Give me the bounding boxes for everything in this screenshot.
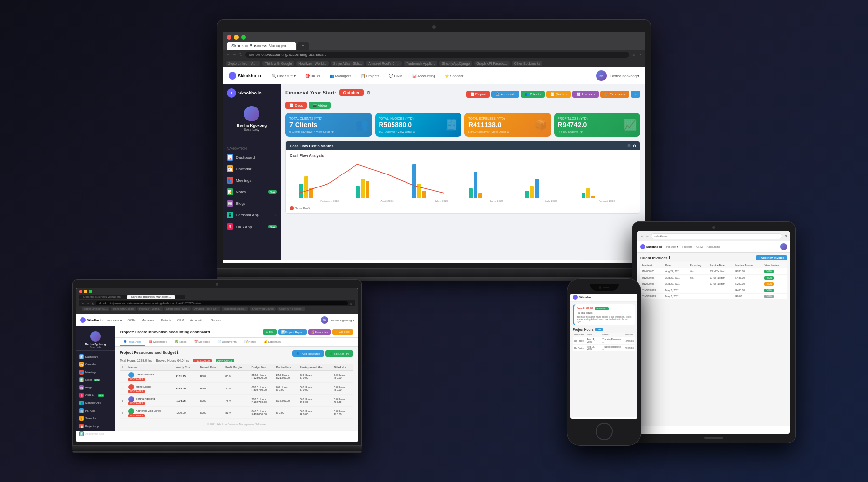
edit-btn[interactable]: ✏ Edit <box>263 329 277 335</box>
p2-nav-projects[interactable]: Projects <box>159 318 173 322</box>
ptl-yellow[interactable] <box>84 290 87 293</box>
bm-graph[interactable]: Graph API Facebo... <box>474 61 509 66</box>
bm-shopify[interactable]: ShopifyAppDjango <box>439 61 472 66</box>
fy-gear-icon[interactable]: ⚙ <box>366 90 371 95</box>
project-tab-1[interactable]: Skhokho Business Managem... <box>79 295 127 299</box>
psb-item-okr[interactable]: 🎯 OKR App NEW <box>76 391 115 399</box>
tablet-nav-back[interactable]: ← <box>640 235 644 238</box>
fy-month[interactable]: October <box>339 89 364 96</box>
psb-item-project[interactable]: 📋 Project App <box>76 422 115 430</box>
docs-btn[interactable]: 📄 Docs <box>285 102 307 109</box>
accounts-btn[interactable]: 🏦 Accounts <box>491 91 519 98</box>
p2-nav-okrs[interactable]: OKRs <box>126 318 137 322</box>
p2-bookmark-icon[interactable]: ☆ <box>350 302 352 305</box>
tl-red[interactable] <box>227 35 231 40</box>
bm-howitzer[interactable]: Howitzer - World... <box>296 61 328 66</box>
bookmark-icon[interactable]: ☆ <box>632 53 636 57</box>
tab-tasks[interactable]: ✅ Tasks <box>171 338 190 346</box>
tablet-home-indicator[interactable] <box>704 437 723 439</box>
tab-resources[interactable]: 👤 Resources <box>120 338 145 346</box>
menu-icon[interactable]: ⋮ <box>638 53 642 57</box>
p2-nav-managers[interactable]: Managers <box>140 318 157 322</box>
tablet-nav-projects[interactable]: Projects <box>681 245 693 249</box>
nav-refresh[interactable]: ↻ <box>239 53 243 57</box>
phone-menu-icon[interactable]: ☰ <box>632 295 635 299</box>
project-report-btn[interactable]: 📊 Project Report <box>278 329 307 335</box>
topnav-username[interactable]: Bertha Kgokong ▾ <box>610 74 639 78</box>
quotes-btn[interactable]: 📑 Quotes <box>546 91 571 98</box>
tl-green[interactable] <box>241 35 246 40</box>
inv1-view[interactable]: VIEW <box>762 268 787 275</box>
pbm-think[interactable]: Think with Google <box>111 307 136 311</box>
nav-back[interactable]: ← <box>226 53 230 57</box>
cashflow-zoom-out[interactable]: ⊖ <box>633 144 636 148</box>
bm-trademark[interactable]: Trademark Applic... <box>404 61 437 66</box>
tablet-nav-forward[interactable]: → <box>646 235 649 238</box>
financials-btn[interactable]: 💰 Financials <box>308 329 331 335</box>
project-tab-new[interactable]: + <box>175 295 185 299</box>
inv3-view[interactable]: VIEW <box>762 281 787 287</box>
topnav-projects[interactable]: 📋 Projects <box>358 72 382 80</box>
psb-item-calendar[interactable]: 📅 Calendar <box>76 361 115 368</box>
sidebar-item-dashboard[interactable]: 📊 Dashboard <box>223 151 281 163</box>
browser-tab-new[interactable]: + <box>297 42 309 50</box>
sidebar-item-notes[interactable]: 📝 Notes NEW <box>223 186 281 198</box>
bm-other[interactable]: Other Bookmarks <box>512 61 542 66</box>
project-url-bar[interactable]: skhokho.io/projects/create-innovation-ac… <box>96 301 348 305</box>
p2-nav-forward[interactable]: → <box>87 302 90 305</box>
pbm-amazed[interactable]: Amazed Root's Cri... <box>192 307 220 311</box>
topnav-accounting[interactable]: 📊 Accounting <box>409 72 438 80</box>
psb-item-hr[interactable]: 🏢 HR App <box>76 407 115 415</box>
tablet-nav-refresh[interactable]: ↻ <box>784 234 787 238</box>
psb-item-notes[interactable]: 📝 Notes NEW <box>76 376 115 384</box>
pbm-shopify[interactable]: ShopifyAppDjango <box>250 307 276 311</box>
row2-edit-rates[interactable]: EDIT RATES <box>128 390 145 393</box>
browser-tab-active[interactable]: Skhokho Business Managem... <box>227 42 296 50</box>
tab-meetings[interactable]: 📅 Meetings <box>190 338 214 346</box>
psb-item-meetings[interactable]: 👥 Meetings <box>76 368 115 376</box>
ptl-red[interactable] <box>79 290 82 293</box>
p2-nav-back[interactable]: ← <box>82 302 85 305</box>
browser-url[interactable]: skhokho.io/accounting/accounting-dashboa… <box>245 52 629 58</box>
psb-item-manager[interactable]: 👤 Manager App <box>76 399 115 407</box>
sidebar-item-okr[interactable]: 🎯 OKR App NEW <box>223 221 281 232</box>
psb-item-dashboard[interactable]: 📊 Dashboard <box>76 353 115 361</box>
video-btn[interactable]: 🎬 Video <box>309 102 331 109</box>
bm-amazed[interactable]: Amazed Root's Cri... <box>366 61 402 66</box>
p2-nav-sponsor[interactable]: Sponsor <box>209 318 223 322</box>
tablet-url-bar[interactable]: skhokho.io <box>651 233 782 239</box>
tab-documents[interactable]: 📄 Documents <box>214 338 241 346</box>
report-btn[interactable]: 📄 Report <box>466 91 490 98</box>
tablet-nav-crm[interactable]: CRM <box>695 245 704 249</box>
tablet-nav-find[interactable]: Find Stuff ▾ <box>663 245 679 249</box>
topnav-crm[interactable]: 💬 CRM <box>386 72 405 80</box>
phone-home-button[interactable] <box>596 423 613 440</box>
pbm-graph[interactable]: Graph API Facebo... <box>277 307 305 311</box>
pbm-trademark[interactable]: Trademark Applic... <box>222 307 248 311</box>
cashflow-zoom-in[interactable]: ⊕ <box>627 144 631 148</box>
pbm-howitzer[interactable]: Howitzer - World... <box>137 307 163 311</box>
ptl-green[interactable] <box>89 290 92 293</box>
p2-nav-accounting[interactable]: Accounting <box>189 318 207 322</box>
sidebar-item-calendar[interactable]: 📅 Calendar <box>223 163 281 174</box>
go-back-btn[interactable]: ← Go Back <box>332 329 353 335</box>
p2-nav-refresh[interactable]: ↻ <box>92 302 94 305</box>
inv4-view[interactable]: VIEW <box>762 287 787 294</box>
profile-arrow[interactable]: › <box>251 134 253 139</box>
bill-btn[interactable]: 💲 Bill $4.0 Hrs <box>326 350 353 357</box>
add-resource-btn[interactable]: 👤+ Add Resource <box>292 350 324 357</box>
topnav-sponsor[interactable]: ⭐ Sponsor <box>442 72 466 80</box>
topnav-find[interactable]: 🔍 Find Stuff ▾ <box>269 72 298 80</box>
inv5-view[interactable]: VIEW <box>762 294 787 300</box>
pbm-stripe[interactable]: Stripe Atlas - Skh... <box>164 307 191 311</box>
p2-nav-crm[interactable]: CRM <box>176 318 186 322</box>
expand-btn[interactable]: » <box>631 91 640 98</box>
tab-notes[interactable]: 📝 Notes <box>241 338 260 346</box>
row4-edit-rates[interactable]: EDIT RATES <box>128 414 145 417</box>
sidebar-item-blogs[interactable]: 📰 Blogs <box>223 198 281 209</box>
row1-edit-rates[interactable]: EDIT RATES <box>128 378 145 381</box>
pbm-zopto[interactable]: Zopto LinkedIn Au... <box>82 307 109 311</box>
nav-forward[interactable]: → <box>232 53 236 57</box>
topnav-managers[interactable]: 👥 Managers <box>327 72 354 80</box>
bm-zopto[interactable]: Zopto LinkedIn Au... <box>226 61 260 66</box>
